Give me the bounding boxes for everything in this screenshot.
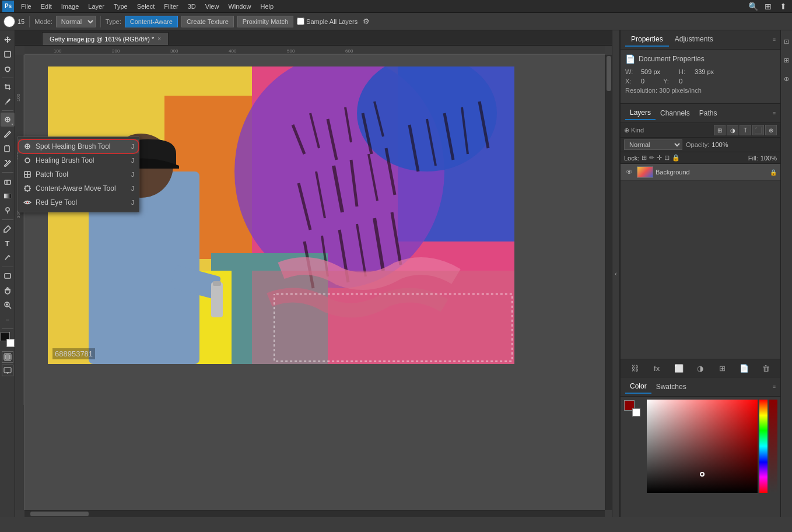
- filter-shape-btn[interactable]: ⬛: [752, 125, 764, 135]
- swatches-tab[interactable]: Swatches: [651, 380, 691, 393]
- dodge-burn-tool[interactable]: [1, 204, 15, 218]
- menu-image[interactable]: Image: [57, 2, 84, 11]
- color-menu-btn[interactable]: ≡: [773, 384, 776, 390]
- collapse-panels-btn[interactable]: ‹: [612, 30, 620, 517]
- zoom-tool[interactable]: [1, 298, 15, 312]
- filter-smart-btn[interactable]: ⊗: [765, 125, 777, 135]
- hue-slider[interactable]: [759, 400, 768, 493]
- create-texture-btn[interactable]: Create Texture: [181, 16, 234, 27]
- brush-tool[interactable]: [1, 127, 15, 141]
- background-layer[interactable]: 👁 Background 🔒: [621, 164, 780, 181]
- menu-layer[interactable]: Layer: [83, 2, 109, 11]
- text-tool[interactable]: T: [1, 236, 15, 250]
- menu-help[interactable]: Help: [256, 2, 279, 11]
- gradient-tool[interactable]: [1, 189, 15, 203]
- hand-tool[interactable]: [1, 284, 15, 298]
- color-tab[interactable]: Color: [625, 380, 651, 394]
- spot-healing-brush-item[interactable]: Spot Healing Brush Tool J: [18, 139, 139, 153]
- filter-type-btn[interactable]: T: [740, 125, 751, 135]
- quick-mask-btn[interactable]: [2, 351, 13, 363]
- panels-icon-2[interactable]: ⊞: [782, 51, 792, 69]
- settings-icon[interactable]: ⚙: [361, 16, 372, 27]
- proximity-match-btn[interactable]: Proximity Match: [237, 16, 293, 27]
- color-saturation-value[interactable]: [647, 400, 758, 493]
- opacity-value[interactable]: 100%: [712, 141, 728, 148]
- crop-tool[interactable]: [1, 80, 15, 94]
- lock-artboard-icon[interactable]: ⊡: [664, 154, 670, 162]
- color-picker[interactable]: [1, 332, 15, 347]
- layer-link-icon[interactable]: ⛓: [629, 362, 642, 374]
- fill-value[interactable]: 100%: [761, 155, 777, 162]
- eraser-tool[interactable]: [1, 174, 15, 188]
- background-color[interactable]: [632, 408, 640, 416]
- layer-mask-icon[interactable]: ⬜: [672, 362, 685, 374]
- move-tool[interactable]: [1, 33, 15, 47]
- menu-select[interactable]: Select: [132, 2, 160, 11]
- content-aware-btn[interactable]: Content-Aware: [125, 16, 178, 27]
- healing-brush-tool[interactable]: ▼: [1, 113, 15, 127]
- layer-visibility-icon[interactable]: 👁: [624, 167, 635, 177]
- vertical-scrollbar[interactable]: [605, 55, 612, 510]
- document-canvas[interactable]: 688953781: [48, 66, 514, 364]
- saturation-value-gradient[interactable]: [647, 400, 758, 493]
- brush-preview[interactable]: [3, 16, 15, 27]
- blend-mode-select[interactable]: Normal Multiply Screen: [624, 139, 682, 150]
- eyedropper-tool[interactable]: [1, 94, 15, 108]
- red-eye-item[interactable]: Red Eye Tool J: [18, 195, 139, 209]
- history-brush-tool[interactable]: [1, 156, 15, 170]
- lock-all-icon[interactable]: 🔒: [672, 154, 680, 162]
- adjustments-tab[interactable]: Adjustments: [669, 33, 719, 47]
- lock-image-icon[interactable]: ✏: [649, 154, 654, 162]
- sample-all-layers-checkbox[interactable]: Sample All Layers: [297, 18, 358, 25]
- document-tab[interactable]: Getty image.jpg @ 161% (RGB/8#) * ×: [42, 32, 169, 45]
- properties-tab[interactable]: Properties: [625, 33, 669, 47]
- menu-filter[interactable]: Filter: [159, 2, 183, 11]
- panels-icon-3[interactable]: ⊕: [782, 70, 792, 88]
- share-icon[interactable]: ⬆: [777, 0, 790, 13]
- search-icon[interactable]: 🔍: [747, 0, 759, 13]
- selection-tool[interactable]: [1, 47, 15, 61]
- properties-panel: Properties Adjustments ≡ 📄 Document Prop…: [621, 30, 780, 104]
- menu-file[interactable]: File: [16, 2, 36, 11]
- extra-tools[interactable]: ···: [1, 313, 15, 327]
- screen-mode-btn[interactable]: [2, 365, 13, 376]
- channels-tab[interactable]: Channels: [656, 107, 695, 120]
- layer-group-icon[interactable]: ⊞: [716, 362, 728, 374]
- paths-tab[interactable]: Paths: [695, 107, 722, 120]
- layer-delete-icon[interactable]: 🗑: [759, 362, 772, 374]
- menu-3d[interactable]: 3D: [183, 2, 201, 11]
- menu-window[interactable]: Window: [223, 2, 255, 11]
- layers-menu-btn[interactable]: ≡: [773, 110, 776, 116]
- canvas-area[interactable]: 688953781: [24, 55, 605, 510]
- path-selection-tool[interactable]: [1, 251, 15, 265]
- opacity-row: Opacity: 100%: [686, 141, 728, 148]
- mode-select[interactable]: Normal Multiply Screen: [56, 16, 96, 27]
- patch-tool-item[interactable]: Patch Tool J: [18, 167, 139, 181]
- sample-all-layers-input[interactable]: [297, 18, 304, 25]
- tab-close-btn[interactable]: ×: [157, 36, 161, 42]
- menu-view[interactable]: View: [201, 2, 224, 11]
- filter-pixel-btn[interactable]: ⊞: [714, 125, 726, 135]
- menu-edit[interactable]: Edit: [36, 2, 57, 11]
- healing-brush-item[interactable]: Healing Brush Tool J: [18, 153, 139, 167]
- layer-new-icon[interactable]: 📄: [738, 362, 751, 374]
- layer-adjustment-icon[interactable]: ◑: [694, 362, 707, 374]
- lock-position-icon[interactable]: ✛: [657, 154, 662, 162]
- clone-stamp-tool[interactable]: [1, 142, 15, 156]
- opacity-slider[interactable]: [769, 400, 777, 493]
- menu-type[interactable]: Type: [109, 2, 132, 11]
- lock-transparent-icon[interactable]: ⊞: [642, 154, 647, 162]
- lasso-tool[interactable]: [1, 62, 15, 76]
- rectangle-tool[interactable]: [1, 269, 15, 283]
- horizontal-scrollbar[interactable]: [24, 510, 605, 517]
- panels-icon-1[interactable]: ⊡: [782, 33, 792, 50]
- foreground-background-colors[interactable]: [624, 400, 640, 416]
- layer-fx-icon[interactable]: fx: [650, 362, 663, 374]
- workspace-icon[interactable]: ⊞: [762, 0, 775, 13]
- filter-adjust-btn[interactable]: ◑: [727, 125, 738, 135]
- color-picker-area: [621, 397, 780, 496]
- content-aware-move-item[interactable]: Content-Aware Move Tool J: [18, 181, 139, 195]
- pen-tool[interactable]: [1, 222, 15, 236]
- layers-tab[interactable]: Layers: [625, 106, 656, 120]
- properties-collapse[interactable]: ≡: [773, 37, 776, 43]
